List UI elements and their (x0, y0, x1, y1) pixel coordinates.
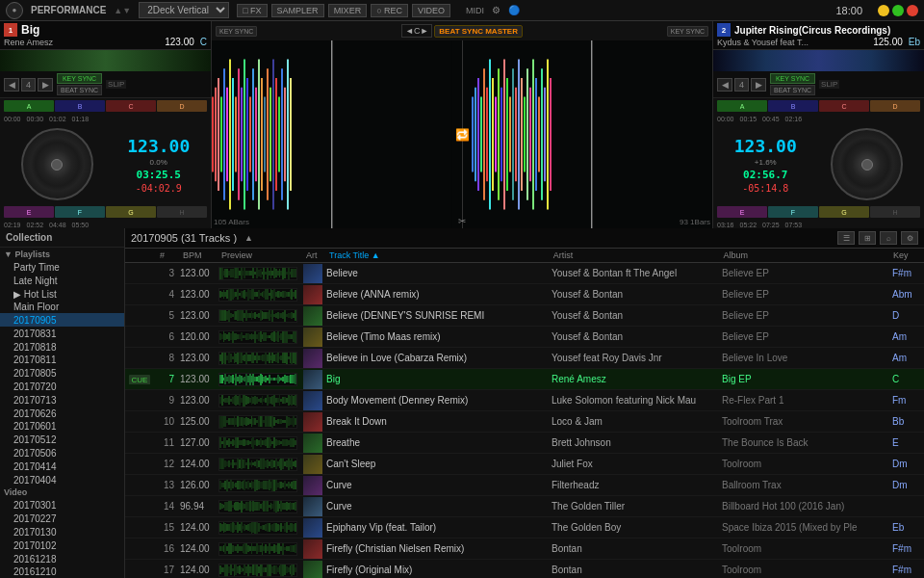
key-sync-btn-2[interactable]: KEY SYNC (667, 26, 708, 37)
deck1-hcue-d[interactable]: D (157, 100, 207, 112)
deck2-hcue-d[interactable]: D (870, 100, 920, 112)
deck2-hcue-f[interactable]: F (768, 206, 818, 218)
deck1-hcue-e[interactable]: E (4, 206, 54, 218)
sidebar-item-20170506[interactable]: 20170506 (0, 446, 124, 460)
tracks-scroll[interactable]: 3 123.00 Believe Yousef & Bontan ft The … (125, 263, 924, 578)
track-preview[interactable] (216, 415, 300, 429)
sidebar-item-20170414[interactable]: 20170414 (0, 460, 124, 473)
sidebar-item-video[interactable]: Video (0, 486, 124, 498)
track-preview[interactable] (216, 309, 300, 323)
beat-sync-master[interactable]: BEAT SYNC MASTER (434, 25, 523, 38)
deck2-next[interactable]: ▶ (751, 78, 766, 92)
track-preview[interactable] (216, 330, 300, 344)
sidebar-item-20170404[interactable]: 20170404 (0, 473, 124, 486)
track-preview[interactable] (216, 352, 300, 365)
track-preview[interactable] (216, 394, 300, 407)
sidebar-item-20170811[interactable]: 20170811 (0, 353, 124, 366)
deck1-hcue-c[interactable]: C (106, 100, 156, 112)
track-preview[interactable] (216, 564, 300, 577)
sidebar-item-20170102[interactable]: 20170102 (0, 539, 124, 552)
deck1-prev[interactable]: ◀ (4, 78, 19, 92)
sidebar-item-20170227[interactable]: 20170227 (0, 512, 124, 525)
sidebar-item-20170805[interactable]: 20170805 (0, 366, 124, 380)
track-row[interactable]: 15 124.00 Epiphany Vip (feat. Tailor) Th… (125, 517, 924, 539)
col-artist[interactable]: Artist (550, 250, 720, 260)
sidebar-item-20170905[interactable]: 20170905 (0, 313, 124, 327)
track-row[interactable]: 5 123.00 Believe (DENNEY'S SUNRISE REMI … (125, 305, 924, 327)
track-row[interactable]: CUE 7 123.00 Big René Amesz Big EP C (125, 369, 924, 390)
mixer-button[interactable]: MIXER (328, 4, 368, 17)
track-preview[interactable] (216, 288, 300, 302)
sampler-button[interactable]: SAMPLER (271, 4, 324, 17)
deck2-hcue-c[interactable]: C (819, 100, 869, 112)
sidebar-item-main-floor[interactable]: Main Floor (0, 300, 124, 313)
track-row[interactable]: 12 124.00 Can't Sleep Juliet Fox Toolroo… (125, 454, 924, 475)
sidebar-item-playlists[interactable]: ▼ Playlists (0, 248, 124, 260)
minimize-button[interactable] (878, 5, 889, 16)
deck2-prev[interactable]: ◀ (717, 78, 732, 92)
scissors-icon[interactable]: ✂ (458, 216, 466, 226)
deck1-hcue-b[interactable]: B (55, 100, 105, 112)
maximize-button[interactable] (892, 5, 904, 16)
track-preview[interactable] (216, 479, 300, 492)
track-preview[interactable] (216, 458, 300, 471)
col-key[interactable]: Key (889, 250, 924, 260)
col-preview[interactable]: Preview (218, 250, 302, 260)
sidebar-item-20170601[interactable]: 20170601 (0, 419, 124, 433)
track-row[interactable]: 11 127.00 Breathe Brett Johnson The Boun… (125, 433, 924, 454)
deck2-hcue-a[interactable]: A (717, 100, 767, 112)
deck2-hcue-e[interactable]: E (717, 206, 767, 218)
track-preview[interactable] (216, 500, 300, 513)
sort-toggle[interactable]: ▲ (244, 233, 253, 243)
track-row[interactable]: 4 123.00 Believe (ANNA remix) Yousef & B… (125, 284, 924, 305)
deck1-hcue-g[interactable]: G (106, 206, 156, 218)
track-preview[interactable] (216, 373, 300, 386)
track-row[interactable]: 13 126.00 Curve Filterheadz Ballroom Tra… (125, 475, 924, 496)
sidebar-item-20170512[interactable]: 20170512 (0, 433, 124, 446)
search-btn[interactable]: ⌕ (880, 231, 897, 245)
close-button[interactable] (907, 5, 918, 16)
sidebar-item-20170818[interactable]: 20170818 (0, 340, 124, 354)
key-sync-btn-1[interactable]: KEY SYNC (216, 26, 257, 37)
sidebar-item-hot-list[interactable]: ▶ Hot List (0, 287, 124, 301)
col-album[interactable]: Album (719, 250, 889, 260)
col-title[interactable]: Track Title ▲ (325, 250, 550, 260)
col-bpm[interactable]: BPM (179, 250, 218, 260)
track-preview[interactable] (216, 267, 300, 280)
track-row[interactable]: 10 125.00 Break It Down Loco & Jam Toolr… (125, 411, 924, 433)
grid-view-btn[interactable]: ⊞ (859, 231, 876, 245)
sidebar-item-20170130[interactable]: 20170130 (0, 525, 124, 539)
deck2-key-sync[interactable]: KEY SYNC (770, 73, 815, 84)
track-row[interactable]: 9 123.00 Body Movement (Denney Remix) Lu… (125, 390, 924, 411)
sidebar-item-late-night[interactable]: Late Night (0, 274, 124, 287)
deck1-hcue-a[interactable]: A (4, 100, 54, 112)
sidebar-item-20170626[interactable]: 20170626 (0, 407, 124, 420)
track-row[interactable]: 14 96.94 Curve The Golden Tiller Billboa… (125, 496, 924, 517)
sidebar-item-20170301[interactable]: 20170301 (0, 498, 124, 512)
video-button[interactable]: VIDEO (412, 4, 450, 17)
deck2-beat-sync[interactable]: BEAT SYNC (770, 85, 815, 95)
track-row[interactable]: 16 124.00 Firefly (Christian Nielsen Rem… (125, 539, 924, 560)
rec-button[interactable]: ○ REC (371, 4, 408, 17)
track-row[interactable]: 17 124.00 Firefly (Original Mix) Bontan … (125, 560, 924, 578)
track-preview[interactable] (216, 521, 300, 535)
track-preview[interactable] (216, 542, 300, 556)
deck1-beat-sync[interactable]: BEAT SYNC (57, 85, 102, 95)
deck1-key-sync[interactable]: KEY SYNC (57, 73, 102, 84)
track-row[interactable]: 3 123.00 Believe Yousef & Bontan ft The … (125, 263, 924, 284)
track-preview[interactable] (216, 436, 300, 450)
deck2-hcue-b[interactable]: B (768, 100, 818, 112)
sidebar-item-20170713[interactable]: 20170713 (0, 393, 124, 407)
track-row[interactable]: 8 123.00 Believe in Love (Cabarza Remix)… (125, 348, 924, 369)
deck2-hcue-g[interactable]: G (819, 206, 869, 218)
deck1-hcue-f[interactable]: F (55, 206, 105, 218)
settings-btn[interactable]: ⚙ (901, 231, 918, 245)
deck2-hcue-h[interactable]: H (870, 206, 920, 218)
sidebar-item-party-time[interactable]: Party Time (0, 260, 124, 274)
deck1-hcue-h[interactable]: H (157, 206, 207, 218)
sidebar-item-20170720[interactable]: 20170720 (0, 380, 124, 393)
sidebar-item-20161210[interactable]: 20161210 (0, 565, 124, 578)
fx-button[interactable]: □ FX (237, 4, 267, 17)
col-num[interactable]: # (156, 250, 179, 260)
sidebar-item-20170831[interactable]: 20170831 (0, 327, 124, 340)
